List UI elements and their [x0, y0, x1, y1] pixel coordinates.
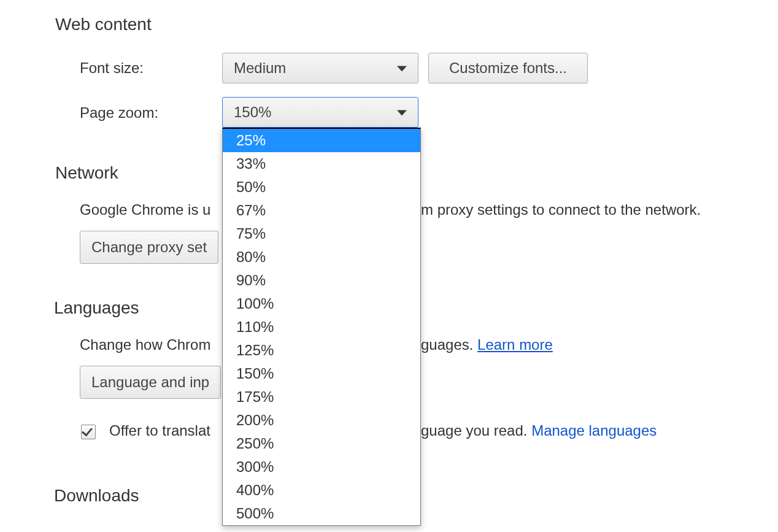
network-heading: Network — [55, 163, 118, 183]
zoom-option[interactable]: 175% — [223, 385, 420, 409]
offer-translate-left: Offer to translat — [109, 422, 210, 439]
chevron-down-icon — [397, 66, 407, 71]
zoom-option[interactable]: 25% — [223, 129, 420, 152]
font-size-value: Medium — [234, 60, 286, 77]
offer-translate-right: guage you read. — [421, 422, 531, 439]
zoom-option[interactable]: 150% — [223, 362, 420, 385]
font-size-select[interactable]: Medium — [222, 53, 418, 83]
offer-translate-checkbox[interactable] — [81, 425, 96, 439]
zoom-option[interactable]: 100% — [223, 292, 420, 315]
chevron-down-icon — [397, 110, 407, 115]
zoom-option[interactable]: 400% — [223, 479, 420, 502]
zoom-option[interactable]: 500% — [223, 502, 420, 525]
zoom-option[interactable]: 67% — [223, 199, 420, 222]
manage-languages-link[interactable]: Manage languages — [531, 422, 657, 439]
zoom-option[interactable]: 250% — [223, 432, 420, 455]
network-desc-right: m proxy settings to connect to the netwo… — [421, 201, 701, 218]
network-desc-left: Google Chrome is u — [80, 201, 210, 218]
zoom-option[interactable]: 50% — [223, 175, 420, 199]
change-proxy-button[interactable]: Change proxy set — [80, 231, 218, 264]
customize-fonts-label: Customize fonts... — [449, 60, 567, 77]
page-zoom-value: 150% — [234, 104, 271, 121]
language-input-settings-button[interactable]: Language and inp — [80, 366, 221, 399]
languages-desc-right: guages. — [421, 336, 477, 353]
page-zoom-dropdown[interactable]: 25%33%50%67%75%80%90%100%110%125%150%175… — [222, 128, 421, 526]
zoom-option[interactable]: 300% — [223, 455, 420, 479]
font-size-label: Font size: — [80, 60, 144, 77]
zoom-option[interactable]: 33% — [223, 152, 420, 175]
change-proxy-label: Change proxy set — [91, 239, 207, 256]
zoom-option[interactable]: 200% — [223, 409, 420, 432]
zoom-option[interactable]: 110% — [223, 315, 420, 339]
web-content-heading: Web content — [55, 15, 152, 34]
zoom-option[interactable]: 75% — [223, 222, 420, 245]
zoom-option[interactable]: 90% — [223, 269, 420, 292]
page-zoom-select[interactable]: 150% — [222, 97, 418, 128]
zoom-option[interactable]: 125% — [223, 339, 420, 362]
downloads-heading: Downloads — [54, 486, 139, 506]
page-zoom-label: Page zoom: — [80, 104, 158, 121]
language-input-label: Language and inp — [91, 374, 209, 391]
customize-fonts-button[interactable]: Customize fonts... — [428, 53, 588, 83]
learn-more-link[interactable]: Learn more — [477, 336, 553, 353]
languages-heading: Languages — [54, 298, 139, 318]
languages-desc-left: Change how Chrom — [80, 336, 210, 353]
zoom-option[interactable]: 80% — [223, 245, 420, 269]
